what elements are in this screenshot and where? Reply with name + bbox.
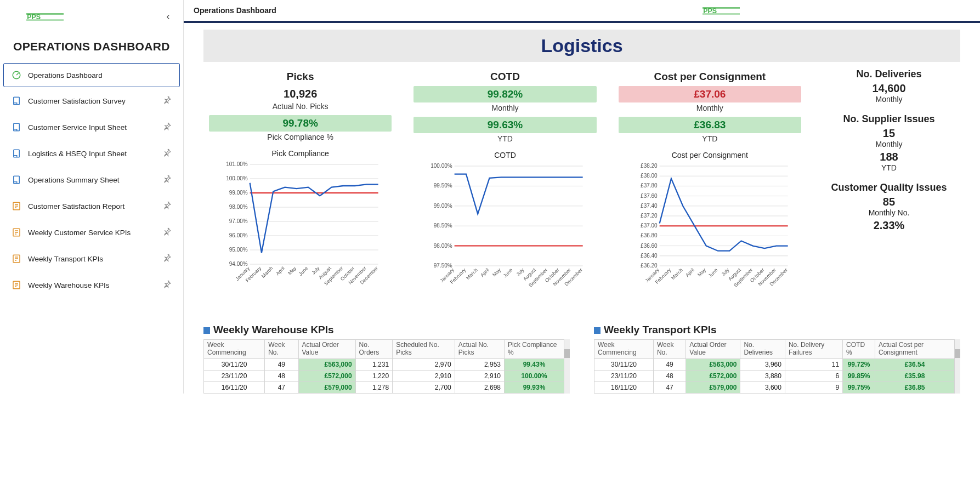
sidebar-item-weekly-warehouse-kpis[interactable]: Weekly Warehouse KPIs: [3, 272, 180, 298]
sidebar-item-label: Logistics & HSEQ Input Sheet: [28, 150, 127, 158]
pin-icon[interactable]: [162, 253, 172, 264]
sidebar-item-customer-satisfaction-survey[interactable]: Customer Satisfaction Survey: [3, 88, 180, 113]
table-row[interactable]: 30/11/2049£563,0003,9601199.72%£36.54: [594, 358, 955, 370]
svg-text:March: March: [670, 267, 684, 281]
svg-text:March: March: [465, 267, 479, 281]
table-row[interactable]: 23/11/2048£572,0001,2202,9102,910100.00%: [204, 370, 564, 381]
table-cell: 1,278: [355, 381, 393, 393]
svg-text:98.50%: 98.50%: [434, 223, 452, 229]
table-cell: 2,953: [455, 358, 504, 370]
svg-text:April: April: [479, 267, 490, 278]
table-cell: 100.00%: [505, 370, 564, 381]
table-header[interactable]: Actual No. Picks: [455, 340, 504, 359]
transport-table[interactable]: Week CommencingWeek No.Actual Order Valu…: [594, 339, 955, 394]
table-cell: £36.54: [875, 358, 955, 370]
sidebar-item-customer-service-input-sheet[interactable]: Customer Service Input Sheet: [3, 115, 180, 140]
sidebar-item-weekly-transport-kpis[interactable]: Weekly Transport KPIs: [3, 246, 180, 271]
warehouse-table-wrap: Weekly Warehouse KPIs Week CommencingWee…: [203, 324, 570, 394]
table-header[interactable]: COTD %: [843, 340, 875, 359]
chart-pick: 94.00%95.00%96.00%97.00%98.00%99.00%100.…: [203, 160, 397, 297]
table-header[interactable]: No. Delivery Failures: [785, 340, 842, 359]
svg-text:£37.60: £37.60: [641, 193, 658, 199]
quality-title: Customer Quality Issues: [818, 182, 960, 193]
kpi-cost-ytd-label: YTD: [613, 134, 807, 147]
svg-text:£37.80: £37.80: [641, 183, 658, 189]
sidebar-item-weekly-customer-service-kpis[interactable]: Weekly Customer Service KPIs: [3, 220, 180, 245]
svg-text:96.00%: 96.00%: [229, 232, 248, 238]
kpi-picks-value: 10,926: [203, 86, 397, 102]
svg-text:99.00%: 99.00%: [229, 190, 248, 196]
sidebar-item-label: Operations Dashboard: [28, 71, 103, 79]
table-header[interactable]: No. Orders: [355, 340, 393, 359]
top-bar: Operations Dashboard PPS: [184, 0, 980, 23]
table-cell: £563,000: [298, 358, 355, 370]
svg-text:June: June: [298, 265, 309, 277]
pin-icon[interactable]: [162, 95, 172, 106]
svg-text:£38.20: £38.20: [641, 163, 658, 169]
table-header[interactable]: Actual Cost per Consignment: [875, 340, 955, 359]
scrollbar[interactable]: [955, 339, 960, 394]
svg-text:£38.00: £38.00: [641, 173, 658, 179]
sidebar-item-logistics-hseq-input-sheet[interactable]: Logistics & HSEQ Input Sheet: [3, 141, 180, 166]
sheet-icon: [12, 122, 21, 132]
transport-table-title: Weekly Transport KPIs: [594, 324, 960, 336]
kpi-cotd-monthly: 99.82%: [413, 86, 596, 102]
table-header[interactable]: No. Deliveries: [740, 340, 785, 359]
chart-cost: £36.20£36.40£36.60£36.80£37.00£37.20£37.…: [613, 162, 807, 299]
sidebar-title: OPERATIONS DASHBOARD: [0, 29, 183, 63]
table-row[interactable]: 16/11/2047£579,0003,600999.75%£36.85: [594, 381, 955, 393]
kpi-picks: Picks 10,926 Actual No. Picks 99.78% Pic…: [203, 69, 397, 299]
table-header[interactable]: Week Commencing: [594, 340, 654, 359]
svg-text:94.00%: 94.00%: [229, 261, 248, 267]
table-cell: 48: [265, 370, 298, 381]
supplier-monthly: 15: [818, 127, 960, 140]
table-cell: 47: [653, 381, 686, 393]
table-header[interactable]: Week Commencing: [204, 340, 265, 359]
kpi-cost-title: Cost per Consignment: [613, 69, 807, 86]
table-cell: 1,231: [355, 358, 393, 370]
pin-icon[interactable]: [162, 201, 172, 212]
table-header[interactable]: Week No.: [653, 340, 686, 359]
pin-icon[interactable]: [162, 227, 172, 238]
kpi-picks-value-label: Actual No. Picks: [203, 102, 397, 115]
table-row[interactable]: 23/11/2048£572,0003,880699.85%£35.98: [594, 370, 955, 381]
svg-text:March: March: [260, 265, 274, 279]
table-cell: 49: [653, 358, 686, 370]
table-cell: 99.75%: [843, 381, 875, 393]
table-row[interactable]: 30/11/2049£563,0001,2312,9702,95399.43%: [204, 358, 564, 370]
pin-icon[interactable]: [162, 280, 172, 290]
deliveries-title: No. Deliveries: [818, 69, 960, 80]
scrollbar[interactable]: [564, 339, 570, 394]
svg-text:£36.40: £36.40: [641, 253, 658, 259]
brand-logo-main: PPS: [703, 4, 740, 16]
table-row[interactable]: 16/11/2047£579,0001,2782,7002,69899.93%: [204, 381, 564, 393]
table-header[interactable]: Scheduled No. Picks: [393, 340, 455, 359]
table-header[interactable]: Actual Order Value: [686, 340, 740, 359]
kpi-cotd-ytd: 99.63%: [413, 117, 596, 133]
table-cell: £36.85: [875, 381, 955, 393]
gauge-icon: [12, 70, 21, 80]
pin-icon[interactable]: [162, 122, 172, 133]
quality-monthly: 85: [818, 196, 960, 208]
svg-rect-2: [26, 19, 64, 20]
sidebar: PPS ‹ OPERATIONS DASHBOARD Operations Da…: [0, 0, 184, 394]
warehouse-table[interactable]: Week CommencingWeek No.Actual Order Valu…: [203, 339, 564, 394]
right-summary: No. Deliveries 14,600 Monthly No. Suppli…: [818, 69, 960, 299]
sidebar-item-operations-summary-sheet[interactable]: Operations Summary Sheet: [3, 167, 180, 192]
sidebar-item-operations-dashboard[interactable]: Operations Dashboard: [3, 63, 180, 87]
sidebar-item-customer-satisfaction-report[interactable]: Customer Satisfaction Report: [3, 193, 180, 219]
table-icon: [203, 327, 210, 334]
table-header[interactable]: Actual Order Value: [298, 340, 355, 359]
pin-icon[interactable]: [162, 174, 172, 185]
brand-logo: PPS: [26, 10, 64, 22]
kpi-picks-secondary-label: Pick Compliance %: [203, 133, 397, 146]
svg-rect-26: [703, 14, 740, 15]
table-header[interactable]: Pick Compliance %: [505, 340, 564, 359]
collapse-sidebar-icon[interactable]: ‹: [163, 7, 173, 26]
svg-text:£36.20: £36.20: [641, 263, 658, 269]
table-header[interactable]: Week No.: [265, 340, 298, 359]
svg-text:95.00%: 95.00%: [229, 247, 248, 253]
kpi-cotd-title: COTD: [408, 69, 602, 86]
chart-cotd: 97.50%98.00%98.50%99.00%99.50%100.00%Jan…: [408, 162, 602, 299]
pin-icon[interactable]: [162, 148, 172, 159]
